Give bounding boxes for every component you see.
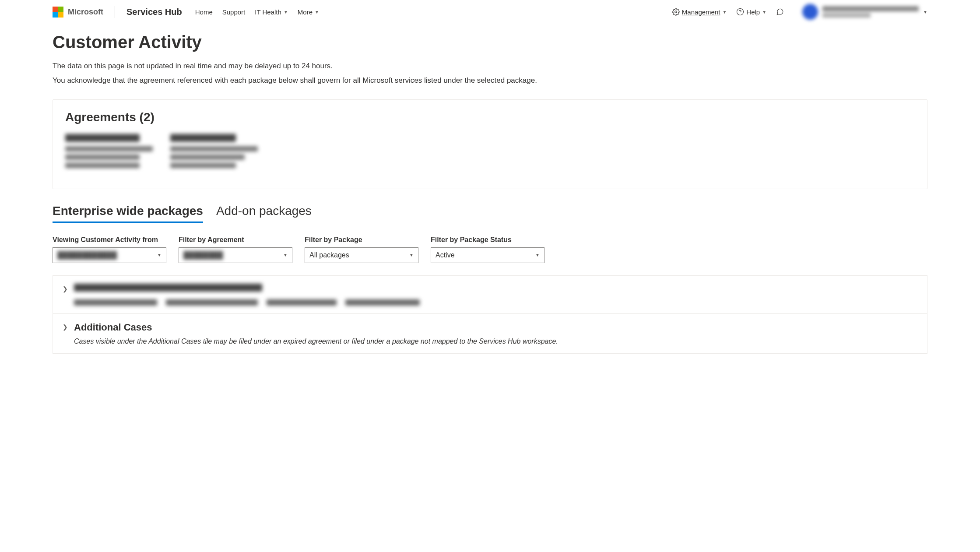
agreement-select[interactable]: ████████ ▼ <box>179 247 292 263</box>
agreement-item-redacted[interactable] <box>170 134 258 171</box>
chevron-right-icon[interactable]: ❯ <box>63 323 68 330</box>
nav-help[interactable]: Help ▼ <box>736 8 766 16</box>
page-desc-2: You acknowledge that the agreement refer… <box>53 74 927 87</box>
account-info-redacted <box>822 6 919 18</box>
microsoft-brand-text: Microsoft <box>68 7 103 17</box>
chevron-down-icon: ▼ <box>283 253 288 257</box>
chevron-down-icon: ▼ <box>157 253 162 257</box>
svg-point-1 <box>737 9 744 15</box>
chevron-down-icon: ▼ <box>535 253 540 257</box>
gear-icon <box>672 8 680 16</box>
chevron-down-icon: ▼ <box>315 10 319 14</box>
microsoft-logo[interactable]: Microsoft <box>53 7 103 18</box>
nav-support[interactable]: Support <box>222 8 246 16</box>
additional-cases-note: Cases visible under the Additional Cases… <box>74 338 917 345</box>
page-body: Customer Activity The data on this page … <box>0 24 980 371</box>
chevron-down-icon: ▼ <box>409 253 414 257</box>
viewing-from-select[interactable]: ████████████ ▼ <box>53 247 166 263</box>
chevron-down-icon: ▼ <box>284 10 288 14</box>
nav-it-health[interactable]: IT Health ▼ <box>255 8 288 16</box>
nav-more[interactable]: More ▼ <box>298 8 319 16</box>
chevron-right-icon[interactable]: ❯ <box>63 285 68 292</box>
filter-label: Filter by Package <box>305 236 418 244</box>
chevron-down-icon: ▼ <box>762 10 766 14</box>
filter-viewing-from: Viewing Customer Activity from █████████… <box>53 236 166 263</box>
page-desc-1: The data on this page is not updated in … <box>53 60 927 73</box>
global-header: Microsoft Services Hub Home Support IT H… <box>0 0 980 24</box>
status-select[interactable]: Active ▼ <box>431 247 544 263</box>
nav-management[interactable]: Management ▼ <box>672 8 727 16</box>
agreements-card: Agreements (2) <box>53 99 927 189</box>
chevron-down-icon: ▼ <box>722 10 727 14</box>
package-row-additional-cases: ❯ Additional Cases Cases visible under t… <box>53 314 927 353</box>
filter-by-package: Filter by Package All packages ▼ <box>305 236 418 263</box>
app-title[interactable]: Services Hub <box>126 7 182 17</box>
microsoft-logo-icon <box>53 7 63 18</box>
agreement-item-redacted[interactable] <box>65 134 153 171</box>
tab-enterprise-packages[interactable]: Enterprise wide packages <box>53 204 203 223</box>
agreements-card-title: Agreements (2) <box>65 110 915 124</box>
tab-addon-packages[interactable]: Add-on packages <box>216 204 312 223</box>
svg-point-0 <box>675 11 677 13</box>
secondary-nav: Management ▼ Help ▼ ▼ <box>672 4 927 20</box>
chevron-down-icon: ▼ <box>923 10 927 14</box>
help-icon <box>736 8 744 16</box>
filter-label: Viewing Customer Activity from <box>53 236 166 244</box>
avatar <box>802 4 818 20</box>
package-select[interactable]: All packages ▼ <box>305 247 418 263</box>
additional-cases-title: Additional Cases <box>74 322 917 333</box>
primary-nav: Home Support IT Health ▼ More ▼ <box>195 8 319 16</box>
filter-label: Filter by Agreement <box>179 236 292 244</box>
feedback-icon <box>776 8 784 16</box>
filter-label: Filter by Package Status <box>431 236 544 244</box>
header-divider <box>115 6 115 18</box>
account-menu[interactable]: ▼ <box>802 4 927 20</box>
filter-row: Viewing Customer Activity from █████████… <box>53 236 927 263</box>
nav-feedback[interactable] <box>776 8 784 16</box>
package-list: ❯ ❯ Additional Cases Cases visible under… <box>53 275 927 354</box>
filter-by-agreement: Filter by Agreement ████████ ▼ <box>179 236 292 263</box>
filter-by-status: Filter by Package Status Active ▼ <box>431 236 544 263</box>
package-row-redacted: ❯ <box>53 276 927 314</box>
package-tabs: Enterprise wide packages Add-on packages <box>53 204 927 223</box>
nav-home[interactable]: Home <box>195 8 213 16</box>
page-title: Customer Activity <box>53 32 927 52</box>
